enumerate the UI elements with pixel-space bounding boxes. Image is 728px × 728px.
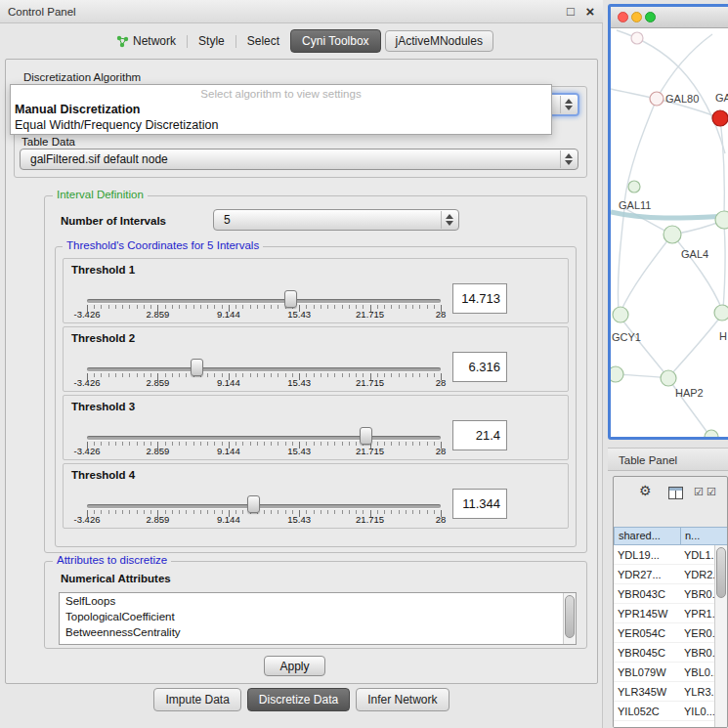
table-row[interactable]: YBL079W YBL0... [614,663,714,682]
network-node-gal11[interactable] [628,181,640,193]
network-canvas[interactable]: GAL80 GA GAL11 GAL4 GCY1 H HAP2 [611,28,728,437]
combo-stepper-icon [560,150,577,168]
scale-tick-label: 28 [436,309,447,320]
node-label: GAL11 [619,199,651,211]
scale-tick-label: 9.144 [217,514,240,525]
minimize-window-icon[interactable] [631,12,642,22]
list-item[interactable]: TopologicalCoefficient [60,609,576,624]
numerical-attributes-list[interactable]: SelfLoops TopologicalCoefficient Between… [59,592,577,645]
cell-shared-name: YER054C [618,623,678,643]
cell-shared-name: YDL19... [618,545,678,565]
tab-label: Network [133,34,176,48]
scrollbar-thumb[interactable] [565,595,575,638]
slider-thumb[interactable] [247,495,260,513]
select-none-icon[interactable]: ☑ [707,486,716,498]
network-node[interactable] [631,32,643,44]
network-node-gal80[interactable] [650,92,664,106]
gear-icon[interactable]: ⚙ [639,483,652,498]
tab-infer-network[interactable]: Infer Network [356,688,449,711]
network-node-selected-red[interactable] [712,110,728,126]
slider-thumb[interactable] [284,290,297,308]
threshold-1-value-field[interactable]: 14.713 [452,283,507,314]
tab-cyni-toolbox[interactable]: Cyni Toolbox [290,29,380,53]
dropdown-option-manual-discretization[interactable]: Manual Discretization [11,102,551,117]
tab-separator [187,35,188,48]
node-label: GCY1 [612,331,641,343]
combo-stepper-icon [560,96,577,113]
table-row[interactable]: YDL19... YDL1... [614,545,714,565]
scale-tick-label: 2.859 [147,446,170,456]
table-row[interactable]: YER054C YER0... [614,623,714,643]
table-row[interactable]: YLR345W YLR3... [614,682,714,702]
table-row[interactable]: YDR27... YDR2... [614,565,714,584]
threshold-3-value-field[interactable]: 21.4 [452,420,507,450]
list-scrollbar[interactable] [563,593,576,644]
network-edge-highlighted [611,212,728,218]
control-panel-titlebar: Control Panel □ × [0,0,603,23]
top-tab-bar: Network Style Select Cyni Toolbox jActiv… [0,26,603,56]
network-node-gcy1[interactable] [613,307,628,322]
zoom-window-icon[interactable] [645,12,656,22]
tab-separator [236,35,236,48]
dropdown-option-equal-width-frequency[interactable]: Equal Width/Frequency Discretization [11,117,551,133]
tab-network[interactable]: Network [109,31,183,51]
tab-style[interactable]: Style [192,31,232,51]
column-header-name[interactable]: n... [680,527,728,545]
slider-scale: -3.426 2.859 9.144 15.43 21.715 28 [87,446,441,457]
network-node[interactable] [611,366,623,382]
arrow-down-icon [565,106,573,110]
slider-thumb[interactable] [191,359,203,376]
table-row[interactable]: YPR145W YPR1... [614,604,714,623]
slider-thumb[interactable] [360,427,372,445]
slider-track[interactable] [87,299,441,303]
table-row[interactable]: YBR045C YBR0... [614,643,714,663]
float-panel-icon[interactable]: □ [563,3,578,20]
scale-tick-label: 15.43 [287,446,311,456]
table-scrollbar[interactable] [714,545,727,727]
apply-button[interactable]: Apply [264,656,325,676]
table-row[interactable]: YBR043C YBR0... [614,584,714,604]
close-panel-icon[interactable]: × [582,3,598,20]
tab-impute-data[interactable]: Impute Data [153,688,240,711]
tab-jactivemnodules[interactable]: jActiveMNodules [385,30,493,52]
slider-track[interactable] [87,367,441,371]
list-item[interactable]: BetweennessCentrality [60,624,576,640]
node-label: GAL4 [681,248,708,260]
tab-discretize-data[interactable]: Discretize Data [247,688,350,711]
network-node[interactable] [715,211,728,229]
table-data-label: Table Data [21,136,75,148]
network-node[interactable] [714,305,728,321]
dropdown-placeholder-item: Select algorithm to view settings [11,87,551,102]
arrow-up-icon [565,99,573,104]
columns-icon[interactable] [668,487,683,499]
threshold-1-label: Threshold 1 [71,264,135,276]
scale-tick-label: 2.859 [147,514,170,525]
scale-tick-label: 28 [436,446,447,456]
threshold-2-panel: Threshold 2 -3.426 2.859 9.144 15.43 21.… [63,326,569,392]
tab-label: Style [198,34,225,48]
threshold-4-label: Threshold 4 [71,469,135,481]
threshold-4-value-field[interactable]: 11.344 [452,489,507,519]
number-of-intervals-combobox[interactable]: 5 [213,209,459,231]
tab-select[interactable]: Select [240,31,286,51]
slider-track[interactable] [87,504,441,508]
scale-tick-label: -3.426 [74,309,101,320]
threshold-2-value-field[interactable]: 6.316 [452,352,507,382]
node-label: HAP2 [675,387,704,399]
network-node-hap2[interactable] [661,370,676,386]
network-view-window[interactable]: GAL80 GA GAL11 GAL4 GCY1 H HAP2 [608,4,728,440]
close-window-icon[interactable] [618,12,628,22]
select-all-icon[interactable]: ☑ [694,486,704,498]
table-row[interactable]: YIL052C YIL0... [614,702,714,721]
scale-tick-label: 9.144 [217,309,240,320]
table-data-combobox[interactable]: galFiltered.sif default node [20,149,578,170]
scrollbar-thumb[interactable] [716,547,726,598]
network-node-gal4[interactable] [664,226,681,243]
node-label: GAL80 [665,93,699,105]
network-window-titlebar [611,7,728,28]
column-header-shared-name[interactable]: shared... [614,527,681,545]
cell-name: YDR2... [684,565,714,584]
list-item[interactable]: SelfLoops [60,593,576,609]
table-header-row: shared... n... [614,527,727,545]
slider-track[interactable] [87,436,441,440]
